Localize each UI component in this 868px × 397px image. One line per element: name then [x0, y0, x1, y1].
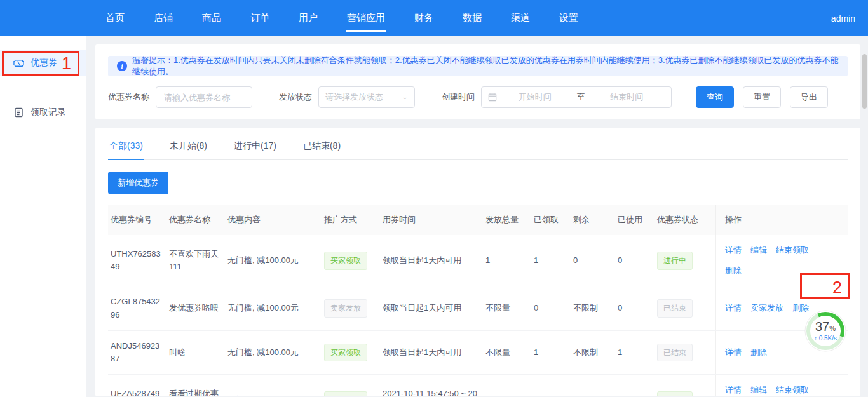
- tab-0[interactable]: 全部(33): [108, 131, 144, 159]
- remaining-cell: 不限制: [571, 331, 615, 374]
- coupon-status-cell: 已结束: [654, 331, 715, 374]
- row-action-link[interactable]: 结束领取: [776, 384, 809, 396]
- coupon-name-input[interactable]: [156, 86, 252, 108]
- coupon-table-panel: 全部(33)未开始(8)进行中(17)已结束(8) 新增优惠券 优惠券编号优惠券…: [95, 128, 860, 396]
- issue-total-cell: 1: [483, 235, 531, 286]
- topnav-item[interactable]: 订单: [240, 0, 280, 36]
- row-action-link[interactable]: 删除: [750, 346, 767, 359]
- filter-panel: i 温馨提示：1.优惠券在发放时间内只要未关闭未删除符合条件就能领取；2.优惠券…: [95, 44, 860, 119]
- topnav-item[interactable]: 设置: [549, 0, 588, 36]
- topnav-item[interactable]: 首页: [95, 0, 135, 36]
- table-row: ANDJ54692387叫啥无门槛, 减100.00元买家领取领取当日起1天内可…: [108, 331, 848, 375]
- row-action-link[interactable]: 详情: [725, 244, 742, 257]
- notice-bar: i 温馨提示：1.优惠券在发放时间内只要未关闭未删除符合条件就能领取；2.优惠券…: [108, 56, 848, 76]
- tab-2[interactable]: 进行中(17): [233, 131, 278, 159]
- row-action-link[interactable]: 详情: [725, 384, 742, 396]
- tab-1[interactable]: 未开始(8): [168, 131, 208, 159]
- claimed-cell: 1: [531, 331, 571, 374]
- coupon-name-cell: 不喜欢下雨天111: [166, 235, 225, 286]
- topnav-item[interactable]: 商品: [192, 0, 231, 36]
- issue-status-select[interactable]: 请选择发放状态 ⌄: [318, 86, 415, 108]
- row-action-link[interactable]: 详情: [725, 302, 742, 314]
- used-cell: 0: [615, 375, 654, 396]
- coupon-status-cell: 进行中: [654, 235, 715, 286]
- row-action-link[interactable]: 结束领取: [776, 244, 809, 257]
- annotation-number-2: 2: [832, 278, 842, 298]
- coupon-id-cell: CZGL87543296: [108, 286, 166, 330]
- row-action-link[interactable]: 卖家发放: [750, 302, 783, 314]
- table-body: UTHX76258349不喜欢下雨天111无门槛, 减100.00元买家领取领取…: [108, 235, 848, 396]
- reset-button[interactable]: 重置: [743, 86, 781, 108]
- annotation-number-1: 1: [62, 54, 71, 74]
- issue-total-cell: 不限量: [483, 375, 531, 396]
- column-header: 优惠券状态: [654, 205, 715, 235]
- column-header: 优惠券名称: [166, 205, 225, 235]
- create-time-label: 创建时间: [442, 91, 475, 103]
- coupon-status-tag: 已结束: [657, 344, 693, 362]
- issue-total-cell: 不限量: [483, 331, 531, 374]
- coupon-status-tag: 已结束: [657, 299, 693, 318]
- claimed-cell: 0: [531, 286, 571, 330]
- coupon-status-cell: 已结束: [654, 286, 715, 330]
- percent-unit: %: [829, 325, 836, 332]
- coupon-table: 优惠券编号优惠券名称优惠内容推广方式用券时间发放总量已领取剩余已使用优惠券状态操…: [108, 205, 848, 396]
- topnav-item[interactable]: 用户: [288, 0, 328, 36]
- sidebar-item-label: 领取记录: [31, 107, 66, 118]
- admin-user-menu[interactable]: admin: [831, 13, 855, 24]
- search-button[interactable]: 查询: [696, 86, 734, 108]
- topnav-item[interactable]: 财务: [404, 0, 444, 36]
- table-row: UTHX76258349不喜欢下雨天111无门槛, 减100.00元买家领取领取…: [108, 235, 848, 286]
- column-header: 发放总量: [483, 205, 531, 235]
- claimed-cell: 1: [531, 235, 571, 286]
- used-cell: 0: [615, 286, 654, 330]
- row-action-link[interactable]: 删除: [725, 264, 742, 277]
- scrollbar-thumb[interactable]: [862, 54, 867, 109]
- top-nav-menu: 首页店铺商品订单用户营销应用财务数据渠道设置: [95, 0, 597, 36]
- chevron-down-icon: ⌄: [402, 94, 408, 100]
- filter-row: 优惠券名称 发放状态 请选择发放状态 ⌄ 创建时间: [108, 86, 848, 108]
- topnav-item[interactable]: 营销应用: [337, 0, 395, 36]
- info-icon: i: [117, 61, 127, 71]
- remaining-cell: 0: [571, 235, 615, 286]
- used-cell: 0: [615, 235, 654, 286]
- download-progress-text: 37% ↑ 0.5K/s: [804, 310, 846, 352]
- promo-type-tag: 买家领取: [324, 344, 367, 362]
- download-progress-widget[interactable]: 37% ↑ 0.5K/s: [804, 310, 846, 352]
- promo-type-tag: 卖家发放: [324, 299, 367, 318]
- annotation-box-2: [800, 273, 850, 299]
- topnav-item[interactable]: 渠道: [501, 0, 540, 36]
- calendar-icon: [488, 93, 497, 102]
- claimed-cell: 2: [531, 375, 571, 396]
- topnav-item[interactable]: 店铺: [144, 0, 183, 36]
- row-action-link[interactable]: 编辑: [750, 244, 767, 257]
- record-icon: [13, 107, 24, 118]
- coupon-content-cell: 无门槛, 减800.00元: [225, 375, 322, 396]
- sidebar-item-record[interactable]: 领取记录: [0, 100, 86, 125]
- row-action-link[interactable]: 详情: [725, 346, 742, 359]
- column-header: 剩余: [571, 205, 615, 235]
- notice-text: 温馨提示：1.优惠券在发放时间内只要未关闭未删除符合条件就能领取；2.优惠券已关…: [132, 55, 839, 77]
- start-time-placeholder[interactable]: 开始时间: [497, 91, 573, 103]
- remaining-cell: 不限制: [571, 286, 615, 330]
- tab-3[interactable]: 已结束(8): [302, 131, 342, 159]
- download-speed: ↑ 0.5K/s: [814, 335, 837, 342]
- range-separator: 至: [573, 91, 589, 103]
- column-header: 优惠券编号: [108, 205, 166, 235]
- topnav-item[interactable]: 数据: [452, 0, 492, 36]
- column-header: 已领取: [531, 205, 571, 235]
- download-percent: 37: [815, 320, 829, 333]
- promo-type-cell: 买家领取: [322, 331, 380, 374]
- row-action-link[interactable]: 编辑: [750, 384, 767, 396]
- use-time-cell: 2021-10-11 15:47:50 ~ 2021-10-11 15:49:5…: [380, 375, 483, 396]
- coupon-id-cell: ANDJ54692387: [108, 331, 166, 374]
- column-header: 用券时间: [380, 205, 483, 235]
- table-row: UFZA52874936看看过期优惠券无门槛, 减800.00元买家领取2021…: [108, 375, 848, 396]
- table-header-row: 优惠券编号优惠券名称优惠内容推广方式用券时间发放总量已领取剩余已使用优惠券状态操…: [108, 205, 848, 235]
- column-header: 已使用: [615, 205, 654, 235]
- use-time-cell: 领取当日起1天内可用: [380, 286, 483, 330]
- promo-type-cell: 买家领取: [322, 375, 380, 396]
- add-coupon-button[interactable]: 新增优惠券: [108, 172, 168, 194]
- create-time-range-picker[interactable]: 开始时间 至 结束时间: [481, 86, 672, 108]
- export-button[interactable]: 导出: [790, 86, 828, 108]
- end-time-placeholder[interactable]: 结束时间: [589, 91, 665, 103]
